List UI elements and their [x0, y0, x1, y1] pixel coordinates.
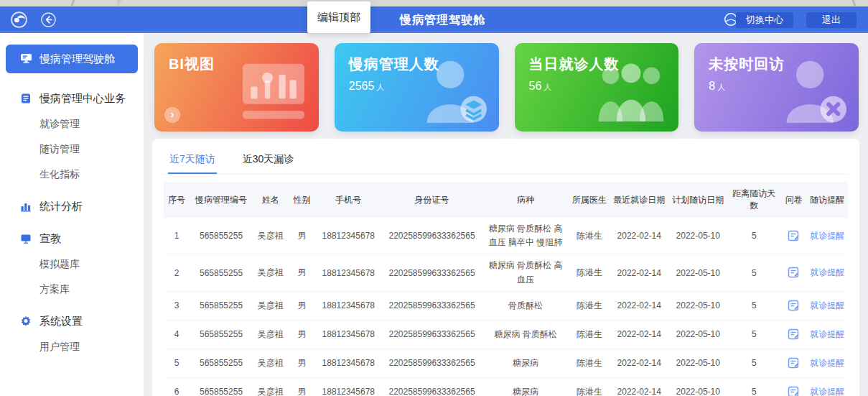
questionnaire-form-icon[interactable]: [788, 230, 800, 242]
sidebar-item-statistics[interactable]: 统计分析: [0, 200, 144, 213]
window-edge-mark-left: [71, 0, 75, 6]
cell-questionnaire: [781, 349, 807, 377]
cell-management-id: 565855255: [190, 218, 253, 254]
chevron-right-icon[interactable]: ›: [164, 107, 180, 123]
cell-planned-visit-date: 2022-05-10: [668, 377, 727, 396]
visit-reminder-link[interactable]: 就诊提醒: [810, 358, 844, 368]
cell-gender: 男: [288, 320, 315, 349]
sidebar-item-system-settings[interactable]: 系统设置: [0, 315, 144, 328]
cell-days-to-visit: 5: [727, 349, 780, 377]
cell-id-card: 220258599633362565: [381, 349, 482, 377]
cell-last-visit-date: 2022-02-14: [610, 377, 668, 396]
cell-questionnaire: [781, 320, 807, 349]
visit-reminder-link[interactable]: 就诊提醒: [810, 267, 844, 277]
questionnaire-form-icon[interactable]: [788, 386, 800, 396]
column-header: 所属医生: [569, 182, 610, 218]
cell-name: 吴彦祖: [253, 291, 289, 320]
tab-last-7-days-followup[interactable]: 近7天随访: [168, 149, 217, 174]
sidebar-item-label: 慢病管理驾驶舱: [39, 52, 115, 66]
cell-gender: 男: [288, 254, 315, 291]
table-row: 2 565855255 吴彦祖 男 18812345678 2202585996…: [164, 254, 848, 291]
tab-bar: 近7天随访 近30天漏诊: [164, 146, 848, 175]
cell-diseases: 糖尿病: [482, 377, 569, 396]
card-managed-patients[interactable]: 慢病管理人数 2565人: [335, 43, 499, 132]
card-overdue-followups[interactable]: 未按时回访 8人: [694, 43, 859, 132]
cell-management-id: 565855255: [190, 291, 253, 320]
column-header: 随访提醒: [807, 182, 848, 218]
cell-management-id: 565855255: [190, 254, 253, 291]
logout-button[interactable]: 退出: [806, 12, 857, 28]
cell-questionnaire: [781, 218, 807, 254]
column-header: 病种: [482, 182, 569, 218]
cell-id-card: 220258599633362565: [381, 320, 482, 349]
cell-last-visit-date: 2022-02-14: [610, 291, 668, 320]
table-row: 1 565855255 吴彦祖 男 18812345678 2202585996…: [164, 218, 848, 254]
column-header: 身份证号: [381, 182, 482, 218]
table-header-row: 序号慢病管理编号姓名性别手机号身份证号病种所属医生最近就诊日期计划随访日期距离随…: [164, 182, 848, 218]
main-content: BI视图 › 慢病管理人数 2565人: [144, 33, 868, 396]
sidebar-item-visit-management[interactable]: 就诊管理: [0, 118, 144, 131]
cell-phone: 18812345678: [316, 291, 381, 320]
cell-name: 吴彦祖: [253, 377, 289, 396]
sidebar-item-mock-question-bank[interactable]: 模拟题库: [0, 258, 144, 271]
cell-gender: 男: [288, 377, 315, 396]
column-header: 距离随访天数: [727, 182, 780, 218]
cell-index: 1: [164, 218, 190, 254]
cell-days-to-visit: 5: [727, 291, 780, 320]
questionnaire-form-icon[interactable]: [788, 328, 800, 341]
sidebar-item-user-management[interactable]: 用户管理: [0, 341, 144, 354]
cell-id-card: 220258599633362565: [381, 218, 482, 254]
column-header: 性别: [288, 182, 315, 218]
visit-reminder-link[interactable]: 就诊提醒: [810, 329, 844, 339]
cell-planned-visit-date: 2022-05-10: [668, 320, 727, 349]
sidebar-item-dashboard[interactable]: 慢病管理驾驶舱: [6, 45, 138, 73]
medical-record-icon: [20, 93, 32, 105]
table-row: 6 565855255 吴彦祖 男 18812345678 2202585996…: [164, 377, 848, 396]
questionnaire-form-icon[interactable]: [788, 267, 800, 279]
cell-gender: 男: [288, 349, 315, 377]
column-header: 计划随访日期: [668, 182, 727, 218]
sidebar-item-education[interactable]: 宣教: [0, 232, 144, 246]
cell-last-visit-date: 2022-02-14: [610, 218, 668, 254]
visit-reminder-link[interactable]: 就诊提醒: [810, 387, 844, 396]
column-header: 最近就诊日期: [610, 182, 668, 218]
questionnaire-form-icon[interactable]: [788, 300, 800, 312]
cell-diseases: 骨质酥松: [482, 291, 569, 320]
column-header: 姓名: [253, 182, 289, 218]
stat-cards-row: BI视图 › 慢病管理人数 2565人: [154, 43, 859, 132]
cell-management-id: 565855255: [190, 377, 253, 396]
cell-visit-reminder: 就诊提醒: [807, 254, 848, 291]
tab-last-30-days-missed[interactable]: 近30天漏诊: [241, 149, 296, 174]
cell-phone: 18812345678: [316, 254, 381, 291]
cell-planned-visit-date: 2022-05-10: [668, 218, 727, 254]
card-bi-view[interactable]: BI视图 ›: [154, 43, 319, 132]
window-edge-mark-right: [852, 0, 857, 6]
sidebar-item-label: 系统设置: [39, 315, 83, 328]
cell-phone: 18812345678: [316, 218, 381, 254]
sidebar-item-plan-library[interactable]: 方案库: [0, 283, 144, 296]
sidebar-item-biochemical-indicators[interactable]: 生化指标: [0, 168, 144, 181]
switch-center-button[interactable]: 切换中心: [736, 12, 793, 28]
cell-phone: 18812345678: [316, 320, 381, 349]
table-row: 4 565855255 吴彦祖 男 18812345678 2202585996…: [164, 320, 848, 349]
cell-visit-reminder: 就诊提醒: [807, 320, 848, 349]
sidebar-item-followup-management[interactable]: 随访管理: [0, 143, 144, 156]
questionnaire-form-icon[interactable]: [788, 357, 800, 369]
cell-doctor: 陈港生: [569, 377, 610, 396]
followup-panel: 近7天随访 近30天漏诊 序号慢病管理编号姓名性别手机号身份证号病种所属医生最近…: [152, 139, 859, 396]
cell-diseases: 糖尿病: [482, 349, 569, 377]
card-today-visits[interactable]: 当日就诊人数 56人: [515, 43, 679, 132]
sidebar-item-label: 慢病管理中心业务: [39, 92, 126, 106]
visit-reminder-link[interactable]: 就诊提醒: [810, 300, 844, 310]
cell-index: 2: [164, 254, 190, 291]
visit-reminder-link[interactable]: 就诊提醒: [810, 231, 844, 241]
edit-top-button[interactable]: 编辑顶部: [307, 1, 370, 33]
back-arrow-icon[interactable]: [40, 11, 57, 28]
person-x-icon: [777, 57, 849, 126]
cell-doctor: 陈港生: [569, 349, 610, 377]
cell-diseases: 糖尿病 骨质酥松 高血压: [482, 254, 569, 291]
cell-last-visit-date: 2022-02-14: [610, 320, 668, 349]
sidebar-item-center-business[interactable]: 慢病管理中心业务: [0, 92, 144, 106]
cell-questionnaire: [781, 291, 807, 320]
cell-index: 5: [164, 349, 190, 377]
